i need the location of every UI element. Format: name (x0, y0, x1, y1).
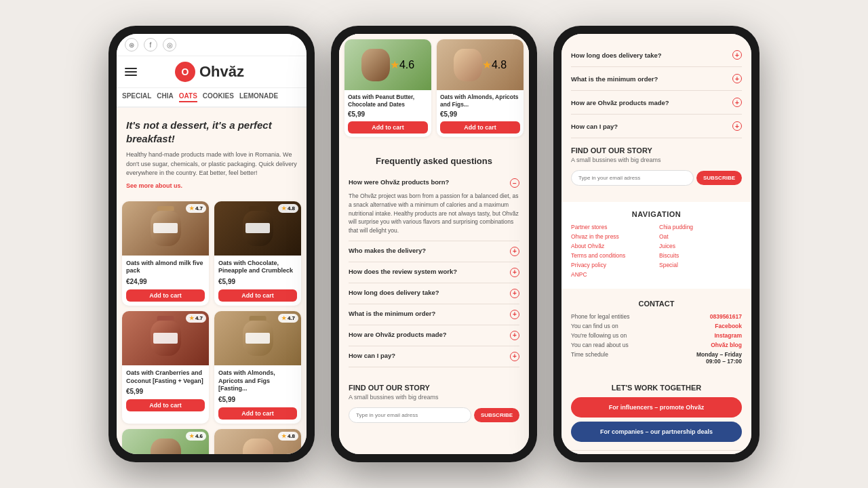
hero-section: It's not a dessert, it's a perfect break… (117, 108, 307, 196)
product-name-4: Oats with Almonds, Apricots and Figs [Fa… (218, 369, 297, 393)
nav-section: NAVIGATION Partner stores Ohvaz in the p… (561, 202, 751, 289)
nav-anpc[interactable]: ANPC (571, 271, 654, 278)
nav-special[interactable]: Special (659, 262, 742, 268)
nav-terms[interactable]: Terms and conditions (571, 252, 654, 259)
work-section: LET'S WORK TOGETHER For influencers – pr… (561, 375, 751, 450)
product-image-6: ★4.8 (214, 429, 301, 454)
facebook-icon[interactable]: f (144, 38, 157, 52)
faq-question-6[interactable]: How can I pay? + (349, 352, 519, 361)
influencer-button[interactable]: For influencers – promote Ohvăz (571, 397, 742, 418)
footer: Redesign by: Ema Devcic All rights reser… (561, 450, 751, 454)
nav-privacy[interactable]: Privacy policy (571, 262, 654, 268)
contact-label-1: You can find us on (571, 323, 618, 329)
add-to-cart-3[interactable]: Add to cart (126, 399, 205, 411)
p2-price-2: €5,99 (440, 110, 520, 118)
logo-text: Ohvăz (199, 63, 244, 81)
nav-title: NAVIGATION (571, 210, 742, 218)
nav-cookies[interactable]: COOKIES (203, 92, 234, 102)
p3-faq-icon-0[interactable]: + (732, 50, 742, 60)
email-input[interactable] (349, 407, 471, 423)
phone-2-scroll[interactable]: ★4.6 Oats with Peanut Butter, Chocolate … (339, 34, 529, 454)
nav-oats[interactable]: OATS (179, 92, 197, 102)
faq-expand-icon-3[interactable]: + (510, 289, 519, 298)
p3-faq-2[interactable]: How are Ohvăz products made? + (571, 91, 742, 115)
product-image-3: ★4.7 (122, 311, 209, 365)
nav-biscuits[interactable]: Biscuits (659, 252, 742, 259)
hero-link[interactable]: See more about us. (126, 182, 297, 189)
faq-question-3[interactable]: How long does delivery take? + (349, 289, 519, 298)
nav-partner-stores[interactable]: Partner stores (571, 224, 654, 230)
nav-juices[interactable]: Juices (659, 243, 742, 249)
p2-name-1: Oats with Peanut Butter, Chocolate and D… (348, 94, 428, 108)
p3-faq-q-0: How long does delivery take? (571, 52, 662, 59)
social-bar: ⊛ f ◎ (117, 34, 307, 56)
subscribe-button[interactable]: SUBSCRIBE (474, 408, 519, 422)
nav-chia[interactable]: CHIA (157, 92, 173, 102)
logo: O Ohvăz (175, 62, 244, 82)
product-image-4: ★4.7 (214, 311, 301, 365)
faq-item-0: How were Ohvăz products born? − The Ohvă… (349, 173, 519, 241)
faq-question-5[interactable]: How are Ohvăz products made? + (349, 331, 519, 340)
product-card-2: ★4.8 Oats with Chocolate, Pineapple and … (214, 201, 301, 306)
header: O Ohvăz (117, 56, 307, 88)
product-price-4: €5,99 (218, 396, 297, 403)
product-name-3: Oats with Cranberries and Coconut [Fasti… (126, 369, 205, 385)
add-to-cart-4[interactable]: Add to cart (218, 407, 297, 420)
contact-title: CONTACT (571, 300, 742, 308)
add-to-cart-1[interactable]: Add to cart (126, 289, 205, 302)
work-title: LET'S WORK TOGETHER (571, 384, 742, 392)
p3-faq-icon-3[interactable]: + (732, 121, 742, 131)
p3-faq-icon-2[interactable]: + (732, 98, 742, 107)
company-button[interactable]: For companies – our partnership deals (571, 422, 742, 442)
product-card-4: ★4.7 Oats with Almonds, Apricots and Fig… (214, 311, 301, 424)
nav-about[interactable]: About Ohvăz (571, 243, 654, 249)
faq-expand-icon-2[interactable]: + (510, 268, 519, 277)
nav-col-right: Chia pudding Oat Juices Biscuits Special (659, 224, 742, 281)
menu-button[interactable] (125, 68, 137, 76)
p3-faq-3[interactable]: How can I pay? + (571, 115, 742, 138)
nav-special[interactable]: SPECIAL (122, 92, 151, 102)
product-price-1: €24,99 (126, 278, 205, 285)
nav-chia[interactable]: Chia pudding (659, 224, 742, 230)
rating-1: ★4.7 (186, 204, 206, 213)
instagram-icon[interactable]: ◎ (163, 38, 176, 52)
p2-rating-1: ★4.6 (390, 58, 414, 71)
product-image-5: ★4.6 (122, 429, 209, 454)
faq-expand-icon-1[interactable]: + (510, 247, 519, 256)
phone-2: ★4.6 Oats with Peanut Butter, Chocolate … (331, 26, 537, 462)
faq-item-1: Who makes the delivery? + (349, 241, 519, 262)
hero-text: Healthy hand-made products made with lov… (126, 150, 297, 178)
p3-story-title: FIND OUT OUR STORY (571, 146, 742, 155)
faq-question-4[interactable]: What is the minimum order? + (349, 310, 519, 319)
faq-question-0[interactable]: How were Ohvăz products born? − (349, 178, 519, 188)
faq-expand-icon-4[interactable]: + (510, 310, 519, 319)
p3-faq-1[interactable]: What is the minimum order? + (571, 67, 742, 91)
p2-add-2[interactable]: Add to cart (440, 121, 520, 134)
faq-collapse-icon[interactable]: − (510, 178, 519, 188)
p3-faq-0[interactable]: How long does delivery take? + (571, 43, 742, 67)
phone-1-scroll[interactable]: ⊛ f ◎ O Ohvăz SPECIAL CHIA OATS (117, 34, 307, 454)
p3-email-input[interactable] (571, 170, 694, 186)
p3-subscribe-btn[interactable]: SUBSCRIBE (696, 171, 742, 185)
contact-row-0: Phone for legal entities 0839561617 (571, 313, 742, 320)
add-to-cart-2[interactable]: Add to cart (218, 289, 297, 302)
p2-add-1[interactable]: Add to cart (348, 121, 428, 134)
p3-faq-icon-1[interactable]: + (732, 74, 742, 83)
product-image-2: ★4.8 (214, 201, 301, 256)
faq-expand-icon-5[interactable]: + (510, 331, 519, 340)
phone-3-scroll[interactable]: How long does delivery take? + What is t… (561, 34, 751, 454)
faq-question-2[interactable]: How does the review system work? + (349, 268, 519, 277)
nav-lemonade[interactable]: LEMONADE (239, 92, 278, 102)
faq-expand-icon-6[interactable]: + (510, 352, 519, 361)
nav-oat[interactable]: Oat (659, 233, 742, 240)
product-image-1: ★4.7 (122, 201, 209, 256)
contact-value-3: Ohvăz blog (711, 342, 742, 348)
p2-img-1: ★4.6 (344, 39, 431, 90)
main-nav: SPECIAL CHIA OATS COOKIES LEMONADE (117, 88, 307, 108)
whatsapp-icon[interactable]: ⊛ (125, 38, 138, 52)
faq-item-5: How are Ohvăz products made? + (349, 325, 519, 346)
faq-question-1[interactable]: Who makes the delivery? + (349, 247, 519, 256)
p3-faq-q-1: What is the minimum order? (571, 75, 658, 83)
nav-ohvaz-press[interactable]: Ohvaz in the press (571, 233, 654, 240)
top-product-row: ★4.6 Oats with Peanut Butter, Chocolate … (344, 39, 524, 137)
